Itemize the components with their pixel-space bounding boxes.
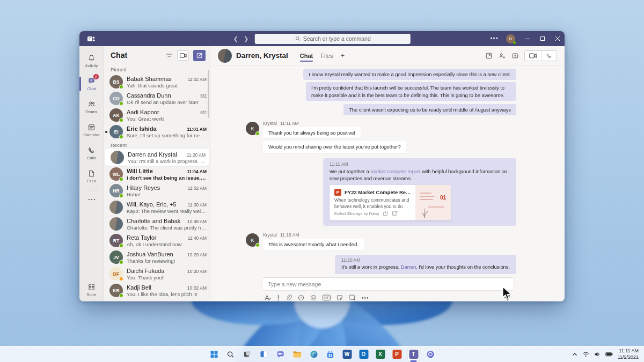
volume-icon[interactable] [594, 351, 601, 357]
chat-list-panel: Chat Pinned BS Babak Shammas11:02 AM Yah… [104, 46, 210, 301]
rail-item-store[interactable]: Store [79, 278, 104, 301]
gif-icon[interactable]: GIF [323, 294, 331, 301]
apps-icon[interactable] [349, 294, 356, 301]
file-thumbnail: 01 [415, 185, 451, 220]
unread-badge: 2 [93, 73, 99, 80]
nav-forward-icon[interactable]: ❯ [244, 35, 248, 42]
chat-list-item-joshua[interactable]: JV Joshua VanBuren10:29 AM Thanks for re… [104, 249, 210, 265]
excel-icon[interactable]: X [375, 349, 386, 360]
svg-text:GIF: GIF [324, 296, 330, 299]
share-screen-icon[interactable] [511, 52, 519, 60]
presence-available [119, 135, 123, 139]
avatar: KB [109, 284, 123, 297]
window-more-icon[interactable]: ••• [490, 35, 499, 42]
chat-list-item-kadji[interactable]: KB Kadji Bell10:02 AM You: I like the id… [104, 282, 210, 299]
meet-now-button[interactable] [177, 50, 189, 61]
new-chat-button[interactable] [193, 50, 206, 61]
mention-darren[interactable]: Darren, [401, 264, 418, 270]
teams-chat-icon[interactable] [275, 349, 287, 360]
file-link[interactable]: market compete report [370, 168, 420, 174]
message-received: Thank you for always being so positive! [263, 127, 361, 138]
powerpoint-icon[interactable]: P [391, 349, 403, 360]
file-card[interactable]: P FY22 Market Compete Report When techno… [330, 185, 451, 220]
rail-item-chat[interactable]: Chat 2 [79, 72, 104, 95]
plant-sketch [418, 205, 431, 219]
edge-icon[interactable] [308, 349, 320, 360]
rail-item-activity[interactable]: Activity [79, 49, 104, 72]
audio-call-button[interactable] [541, 51, 557, 61]
start-button[interactable] [208, 349, 220, 360]
rail-item-calendar[interactable]: Calendar [79, 119, 104, 142]
popout-chat-icon[interactable] [485, 52, 493, 60]
maximize-button[interactable] [540, 36, 545, 41]
send-icon[interactable] [503, 294, 511, 301]
close-button[interactable] [555, 36, 560, 41]
widgets-icon[interactable] [258, 349, 270, 360]
presence-available [119, 260, 123, 264]
sender-avatar: K [246, 233, 259, 247]
chat-list-item-charlotte-babak[interactable]: Charlotte and Babak10:48 AM Charlotte: T… [104, 216, 210, 232]
cortana-icon[interactable] [425, 349, 436, 360]
avatar: JV [109, 250, 123, 264]
user-avatar[interactable]: D [506, 34, 515, 43]
avatar: CD [109, 92, 123, 105]
minimize-button[interactable] [525, 36, 530, 41]
chat-list-item-will-kayo-eric[interactable]: Will, Kayo, Eric, +511:00 AM Kayo: The r… [104, 199, 210, 216]
message-input[interactable] [262, 277, 514, 291]
attach-icon[interactable] [286, 294, 292, 301]
open-file-icon[interactable] [392, 211, 397, 216]
video-camera-icon [180, 53, 187, 58]
chat-header: Darren, Krystal Chat Files + [210, 46, 565, 65]
tab-chat[interactable]: Chat [300, 48, 313, 64]
chat-list-item-darren-krystal[interactable]: Darren and Krystal11:20 AM You: It's sti… [105, 149, 209, 166]
share-file-icon[interactable] [383, 211, 388, 216]
word-icon[interactable]: W [341, 349, 353, 360]
outlook-icon[interactable]: O [358, 349, 370, 360]
tab-files[interactable]: Files [320, 48, 333, 64]
chat-pane: Darren, Krystal Chat Files + [210, 46, 565, 301]
task-view-icon[interactable] [241, 349, 253, 360]
avatar: AK [109, 108, 123, 122]
chat-list-item-cassandra[interactable]: CD Cassandra Dunn6/2 Ok I'll send an upd… [104, 90, 210, 107]
message-time: 11:11 AM [330, 161, 510, 167]
filter-icon[interactable] [166, 53, 173, 58]
new-chat-pencil-icon [196, 52, 203, 58]
teams-app-icon[interactable]: T [408, 349, 420, 360]
chat-list-item-reta[interactable]: RT Reta Taylor11:40 AM Ah, ok I understa… [104, 232, 210, 249]
wifi-icon[interactable] [582, 352, 589, 357]
rail-item-more[interactable] [79, 193, 104, 206]
nav-back-icon[interactable]: ❮ [233, 35, 238, 42]
chat-list-item-hilary[interactable]: HR Hilary Reyes11:02 AM Haha! [104, 182, 210, 199]
chat-list-item-will[interactable]: WL Will Little11:04 AM I don't see that … [104, 166, 210, 182]
emoji-icon[interactable] [310, 294, 317, 301]
sticker-icon[interactable] [336, 294, 343, 301]
rail-item-calls[interactable]: Calls [79, 142, 104, 165]
add-tab-icon[interactable]: + [340, 51, 345, 60]
microsoft-store-icon[interactable] [325, 349, 336, 360]
command-search[interactable]: Search or type a command [255, 34, 411, 44]
importance-icon[interactable] [277, 294, 280, 301]
avatar: HR [109, 184, 123, 197]
chat-list-item-eric[interactable]: EI Eric Ishida11:01 AM Sure, I'll set up… [104, 123, 210, 140]
chat-list-item-aadi[interactable]: AK Aadi Kapoor6/2 You: Great work! [104, 107, 210, 123]
chat-list-item-daichi[interactable]: DF Daichi Fukuda10:20 AM You: Thank you!… [104, 265, 210, 282]
file-explorer-icon[interactable] [291, 349, 303, 360]
message-group-received: K Krystal 11:11 AM Thank you for always … [246, 121, 516, 153]
unread-dot [105, 131, 107, 133]
message-sent: 11:20 AM It's still a work in progress. … [335, 255, 516, 274]
loop-icon[interactable] [298, 294, 304, 301]
battery-icon[interactable] [605, 352, 613, 357]
bell-icon [87, 54, 96, 62]
rail-item-teams[interactable]: Teams [79, 95, 104, 119]
rail-item-files[interactable]: Files [79, 165, 104, 188]
chat-list-item-babak[interactable]: BS Babak Shammas11:02 AM Yah, that sound… [104, 73, 210, 90]
compose-more-icon[interactable]: ••• [362, 295, 369, 301]
add-people-icon[interactable] [498, 52, 506, 60]
tray-time: 11:11 AM [618, 348, 639, 354]
format-icon[interactable] [264, 294, 271, 301]
sender-name: Krystal [263, 232, 277, 238]
video-call-button[interactable] [525, 51, 541, 61]
tray-chevron-icon[interactable] [572, 352, 577, 357]
clock[interactable]: 11:11 AM 11/2/2021 [618, 348, 639, 360]
taskbar-search-icon[interactable] [225, 349, 237, 360]
